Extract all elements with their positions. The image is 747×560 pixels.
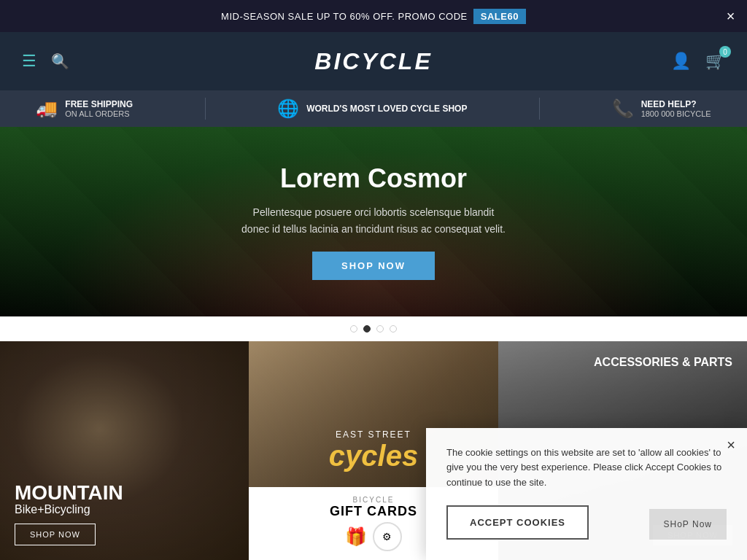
product-card-mountain[interactable]: MOUNTAIN Bike+Bicycling SHOP NOW: [0, 341, 249, 560]
hamburger-menu-icon[interactable]: ☰: [22, 52, 36, 71]
cart-count-badge: 0: [719, 46, 731, 58]
gift-card-gear-icon: ⚙: [373, 522, 402, 551]
info-world: 🌐 WORLD'S MOST LOVED CYCLE SHOP: [277, 98, 467, 119]
eaststreet-cycles-text: cycles: [329, 440, 418, 472]
globe-icon: 🌐: [277, 98, 299, 119]
promo-code-badge: SALE60: [473, 9, 526, 24]
hero-title: Lorem Cosmor: [241, 163, 506, 194]
carousel-dot-2[interactable]: [363, 325, 371, 332]
cookie-message: The cookie settings on this website are …: [446, 446, 727, 491]
hero-desc-line1: Pellentesque posuere orci lobortis scele…: [253, 206, 495, 218]
hero-desc-line2: donec id tellus lacinia an tincidunt ris…: [241, 223, 506, 235]
cookie-popup: × The cookie settings on this website ar…: [426, 428, 747, 560]
info-divider-1: [205, 98, 206, 120]
accessories-title: ACCESSORIES & PARTS: [594, 356, 732, 369]
info-divider-2: [539, 98, 540, 120]
announcement-close-button[interactable]: ×: [727, 8, 735, 25]
header-left: ☰ 🔍: [22, 52, 69, 71]
announcement-text: MID-SEASON SALE UP TO 60% OFF. PROMO COD…: [221, 11, 468, 22]
cookie-accept-button[interactable]: ACCEPT COOKIES: [446, 505, 589, 540]
mountain-label: MOUNTAIN: [15, 483, 234, 503]
phone-icon: 📞: [612, 98, 634, 119]
announcement-bar: MID-SEASON SALE UP TO 60% OFF. PROMO COD…: [0, 0, 747, 32]
help-phone: 1800 000 BICYCLE: [641, 109, 711, 118]
hero-cta-button[interactable]: SHOP NOW: [312, 252, 435, 280]
site-header: ☰ 🔍 BICYCLE 👤 🛒 0: [0, 32, 747, 90]
mountain-sublabel: Bike+Bicycling: [15, 503, 234, 516]
info-bar: 🚚 FREE SHIPPING ON ALL ORDERS 🌐 WORLD'S …: [0, 90, 747, 127]
carousel-dot-3[interactable]: [376, 325, 384, 332]
gift-icon: 🎁: [345, 526, 367, 547]
account-icon[interactable]: 👤: [671, 52, 691, 71]
site-logo: BICYCLE: [314, 48, 432, 75]
info-help: 📞 NEED HELP? 1800 000 BICYCLE: [612, 98, 711, 119]
accessories-label: ACCESSORIES & PARTS: [594, 356, 732, 369]
cookie-buttons: ACCEPT COOKIES SHoP Now: [446, 505, 727, 540]
cookie-shop-button[interactable]: SHoP Now: [649, 509, 727, 540]
search-icon[interactable]: 🔍: [51, 52, 69, 70]
cookie-close-button[interactable]: ×: [727, 437, 735, 454]
world-title: WORLD'S MOST LOVED CYCLE SHOP: [306, 104, 467, 114]
mountain-overlay: MOUNTAIN Bike+Bicycling SHOP NOW: [0, 468, 249, 560]
shipping-title: FREE SHIPPING: [65, 99, 133, 109]
cart-icon[interactable]: 🛒 0: [705, 52, 725, 71]
hero-description: Pellentesque posuere orci lobortis scele…: [241, 204, 506, 237]
hero-section: Lorem Cosmor Pellentesque posuere orci l…: [0, 127, 747, 316]
carousel-dots: [0, 316, 747, 341]
carousel-dot-4[interactable]: [390, 325, 397, 332]
mountain-shop-button[interactable]: SHOP NOW: [15, 524, 96, 545]
header-right: 👤 🛒 0: [671, 52, 725, 71]
shipping-subtitle: ON ALL ORDERS: [65, 109, 133, 118]
eaststreet-logo-text: EAST STREET: [336, 429, 411, 440]
help-title: NEED HELP?: [641, 99, 711, 109]
shipping-icon: 🚚: [36, 98, 58, 119]
carousel-dot-1[interactable]: [350, 325, 357, 332]
info-shipping: 🚚 FREE SHIPPING ON ALL ORDERS: [36, 98, 133, 119]
hero-content: Lorem Cosmor Pellentesque posuere orci l…: [241, 163, 506, 280]
